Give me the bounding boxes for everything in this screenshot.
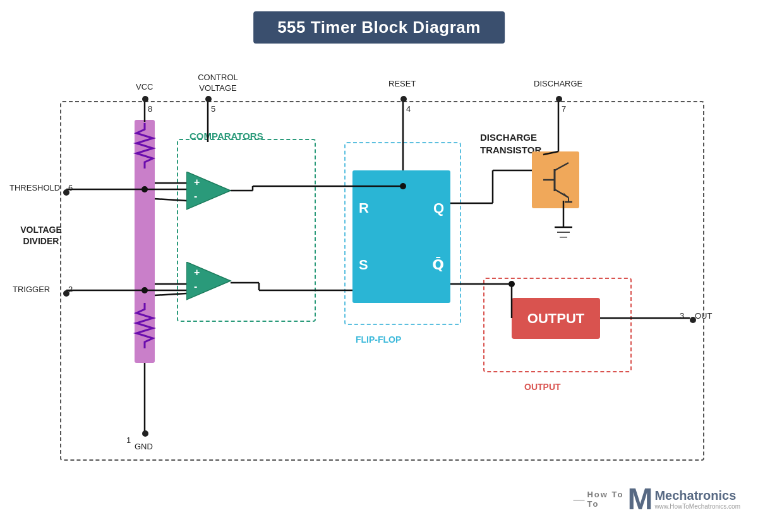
gnd-label: GND	[135, 442, 153, 451]
ff-r-label: R	[359, 200, 369, 216]
svg-text:-: -	[194, 281, 197, 292]
watermark-m: M	[627, 484, 653, 514]
ff-q-label: Q	[433, 200, 444, 216]
comparator-upper: + -	[186, 172, 237, 215]
ff-s-label: S	[359, 257, 368, 273]
svg-marker-3	[186, 262, 231, 300]
pin1-number: 1	[126, 435, 131, 445]
output-box-label: OUTPUT	[524, 382, 561, 392]
flipflop-label: FLIP-FLOP	[356, 334, 401, 345]
pin6-dot	[63, 189, 69, 196]
out-label: OUT	[695, 311, 712, 321]
svg-line-8	[555, 163, 568, 170]
comparators-label: COMPARATORS	[190, 131, 263, 141]
trigger-label: TRIGGER	[13, 285, 50, 294]
pin1-dot	[142, 430, 148, 437]
svg-text:+: +	[194, 177, 200, 187]
discharge-label: DISCHARGE	[534, 79, 582, 88]
svg-text:-: -	[194, 191, 197, 201]
vcc-label: VCC	[136, 82, 153, 92]
watermark: — How To To M Mechatronics www.HowToMech…	[573, 484, 740, 514]
watermark-how: How To	[587, 490, 623, 499]
pin7-dot	[556, 96, 562, 102]
pin8-number: 8	[148, 104, 152, 114]
diagram-title: 555 Timer Block Diagram	[253, 11, 505, 44]
pin8-dot	[142, 96, 148, 102]
pin5-dot	[205, 96, 212, 102]
ff-qbar-label: Q̄	[432, 257, 444, 273]
watermark-mec: Mechatronics	[654, 488, 740, 503]
resistor-bottom	[131, 303, 158, 366]
comparator-lower: + -	[186, 262, 237, 305]
pin2-dot	[63, 290, 69, 297]
pin5-number: 5	[211, 104, 215, 114]
watermark-url: www.HowToMechatronics.com	[654, 503, 740, 510]
pin4-dot	[400, 96, 407, 102]
output-block: OUTPUT	[512, 298, 600, 339]
reset-label: RESET	[388, 79, 416, 88]
pin3-number: 3	[680, 311, 684, 321]
diagram-container: 555 Timer Block Diagram COMPARATORS FLIP…	[0, 0, 758, 532]
resistor-top	[131, 123, 158, 186]
pin4-number: 4	[406, 104, 411, 114]
control-voltage-label: CONTROL VOLTAGE	[193, 73, 243, 94]
output-block-label: OUTPUT	[527, 310, 584, 327]
transistor-symbol	[537, 157, 575, 204]
pin7-number: 7	[562, 104, 566, 114]
transistor-box	[532, 151, 579, 208]
watermark-to: To	[587, 499, 599, 509]
watermark-dash: —	[573, 493, 584, 506]
pin3-dot	[690, 317, 696, 323]
voltage-divider-label: VOLTAGE DIVIDER	[19, 224, 63, 247]
svg-text:+: +	[194, 267, 200, 278]
threshold-label: THRESHOLD	[9, 183, 60, 192]
svg-marker-0	[186, 172, 231, 210]
flipflop-block: R Q S Q̄	[352, 170, 450, 303]
